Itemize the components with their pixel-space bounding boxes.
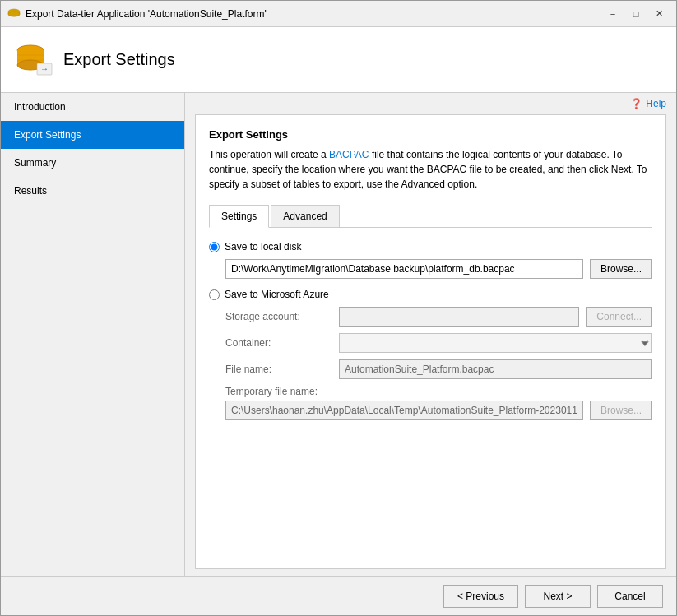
save-azure-radio[interactable] (209, 289, 220, 300)
bacpac-highlight: BACPAC (329, 149, 369, 160)
header-title: Export Settings (63, 50, 175, 69)
header-section: → Export Settings (1, 27, 676, 93)
svg-point-1 (8, 12, 20, 16)
svg-text:→: → (40, 64, 49, 73)
tab-settings[interactable]: Settings (209, 205, 269, 228)
main-content: Export Settings This operation will crea… (195, 114, 666, 569)
file-name-label: File name: (225, 364, 332, 375)
container-select-wrapper: ▼ (339, 333, 652, 353)
previous-button[interactable]: < Previous (443, 585, 518, 608)
sidebar-item-introduction[interactable]: Introduction (1, 93, 184, 121)
local-file-row: Browse... (225, 259, 652, 279)
azure-browse-button: Browse... (590, 401, 652, 420)
title-bar-text: Export Data-tier Application 'Automation… (26, 8, 602, 20)
temp-file-label-row: Temporary file name: (225, 386, 652, 397)
sidebar-item-export-settings[interactable]: Export Settings (1, 121, 184, 149)
file-name-row: File name: (225, 359, 652, 379)
maximize-button[interactable]: □ (625, 5, 647, 23)
save-local-label: Save to local disk (225, 241, 301, 252)
tab-advanced[interactable]: Advanced (271, 205, 339, 227)
tabs: Settings Advanced (209, 205, 652, 228)
temp-file-row: Browse... (225, 401, 652, 420)
section-title: Export Settings (209, 128, 652, 141)
temp-file-label: Temporary file name: (225, 386, 318, 397)
storage-account-row: Storage account: Connect... (225, 307, 652, 327)
container-row: Container: ▼ (225, 333, 652, 353)
help-link[interactable]: ❓ Help (630, 98, 666, 109)
save-azure-radio-label[interactable]: Save to Microsoft Azure (209, 289, 652, 300)
content-area: Introduction Export Settings Summary Res… (1, 93, 676, 576)
local-browse-button[interactable]: Browse... (590, 259, 652, 279)
cancel-button[interactable]: Cancel (597, 585, 663, 608)
header-icon: → (14, 40, 53, 80)
save-azure-group: Save to Microsoft Azure Storage account:… (209, 289, 652, 420)
footer: < Previous Next > Cancel (1, 576, 676, 615)
file-name-input (339, 359, 652, 379)
minimize-button[interactable]: − (602, 5, 624, 23)
storage-account-label: Storage account: (225, 311, 332, 322)
container-select (339, 333, 652, 353)
help-label: Help (646, 98, 666, 109)
main-window: Export Data-tier Application 'Automation… (0, 0, 677, 616)
settings-content: Save to local disk Browse... Save to Mic… (209, 241, 652, 420)
section-desc: This operation will create a BACPAC file… (209, 147, 652, 192)
sidebar: Introduction Export Settings Summary Res… (1, 93, 185, 576)
save-local-radio-label[interactable]: Save to local disk (209, 241, 652, 252)
close-button[interactable]: ✕ (648, 5, 670, 23)
save-local-radio[interactable] (209, 242, 220, 252)
main-panel: ❓ Help Export Settings This operation wi… (185, 93, 676, 576)
title-bar: Export Data-tier Application 'Automation… (1, 1, 676, 27)
help-bar: ❓ Help (185, 93, 676, 114)
save-local-group: Save to local disk Browse... (209, 241, 652, 279)
container-label: Container: (225, 337, 332, 349)
storage-account-input (339, 307, 579, 327)
app-icon (7, 7, 21, 21)
local-file-path-input[interactable] (225, 259, 583, 279)
save-azure-label: Save to Microsoft Azure (225, 289, 329, 300)
sidebar-item-results[interactable]: Results (1, 177, 184, 205)
temp-file-input (225, 401, 583, 420)
title-bar-controls: − □ ✕ (602, 5, 670, 23)
sidebar-item-summary[interactable]: Summary (1, 149, 184, 177)
connect-button: Connect... (586, 307, 652, 327)
help-icon: ❓ (630, 98, 642, 109)
next-button[interactable]: Next > (525, 585, 591, 608)
